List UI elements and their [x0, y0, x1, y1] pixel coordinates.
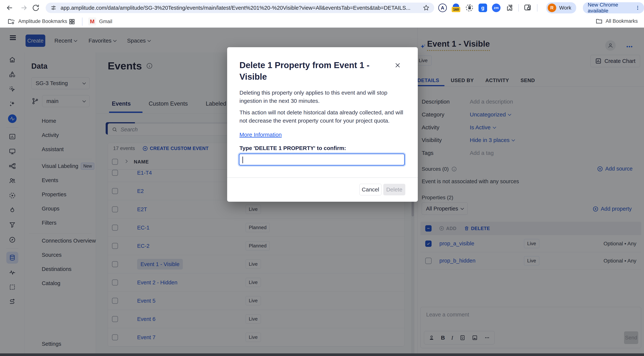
back-icon[interactable]: [6, 4, 14, 12]
bookmark-folder-label: Amplitude Bookmarks: [18, 19, 67, 24]
all-bookmarks-button[interactable]: All Bookmarks: [596, 18, 638, 25]
kebab-menu-icon[interactable]: [635, 5, 640, 11]
update-label: New Chrome available: [588, 2, 631, 14]
cancel-button[interactable]: Cancel: [360, 184, 382, 195]
forward-icon[interactable]: [20, 4, 28, 12]
modal-close-icon[interactable]: [394, 62, 401, 69]
url-text[interactable]: app.amplitude.com/data/amplitude/SG-3%20…: [60, 5, 410, 11]
apps-grid-icon[interactable]: [68, 18, 75, 25]
gmail-icon: M: [88, 18, 96, 25]
address-bar[interactable]: app.amplitude.com/data/amplitude/SG-3%20…: [46, 3, 434, 13]
modal-body-2: This action will not delete historical d…: [240, 108, 408, 125]
chrome-update-pill[interactable]: New Chrome available: [583, 2, 644, 14]
bookmark-folder-amplitude[interactable]: Amplitude Bookmarks: [8, 18, 67, 25]
screen: app.amplitude.com/data/amplitude/SG-3%20…: [0, 0, 644, 356]
extension-lock-icon[interactable]: [465, 4, 474, 12]
gmail-label: Gmail: [99, 19, 112, 25]
site-settings-icon[interactable]: [50, 5, 57, 11]
folder-gear-icon: [8, 18, 15, 25]
text-caret: [242, 156, 243, 163]
avatar: R: [548, 4, 556, 12]
all-bookmarks-label: All Bookmarks: [606, 18, 638, 24]
tab-search-icon[interactable]: [524, 4, 532, 12]
bookmarks-bar: Amplitude Bookmarks M Gmail All Bookmark…: [0, 16, 644, 28]
extension-amplitude-icon[interactable]: 160: [452, 4, 460, 12]
modal-body-1: Deleting this property only applies to t…: [240, 89, 408, 105]
profile-button[interactable]: R Work: [546, 2, 576, 14]
extension-a-icon[interactable]: A: [438, 4, 447, 12]
delete-property-modal: Delete 1 Property from Event 1 - Visible…: [227, 47, 418, 202]
folder-icon: [596, 18, 603, 25]
reload-icon[interactable]: [32, 4, 40, 12]
bookmark-gmail[interactable]: M Gmail: [88, 18, 112, 25]
delete-button[interactable]: Delete: [383, 184, 405, 195]
browser-toolbar: app.amplitude.com/data/amplitude/SG-3%20…: [0, 0, 644, 16]
bookmark-star-icon[interactable]: [422, 4, 430, 11]
confirm-input[interactable]: [239, 153, 405, 165]
extensions-puzzle-icon[interactable]: [505, 4, 514, 12]
modal-title: Delete 1 Property from Event 1 - Visible: [240, 59, 388, 82]
confirm-instruction: Type 'DELETE 1 PROPERTY' to confirm:: [240, 145, 346, 151]
profile-label: Work: [559, 5, 571, 11]
extension-zoom-icon[interactable]: zm: [492, 4, 500, 12]
extension-g-icon[interactable]: g: [478, 4, 487, 12]
more-information-link[interactable]: More Information: [240, 131, 282, 138]
